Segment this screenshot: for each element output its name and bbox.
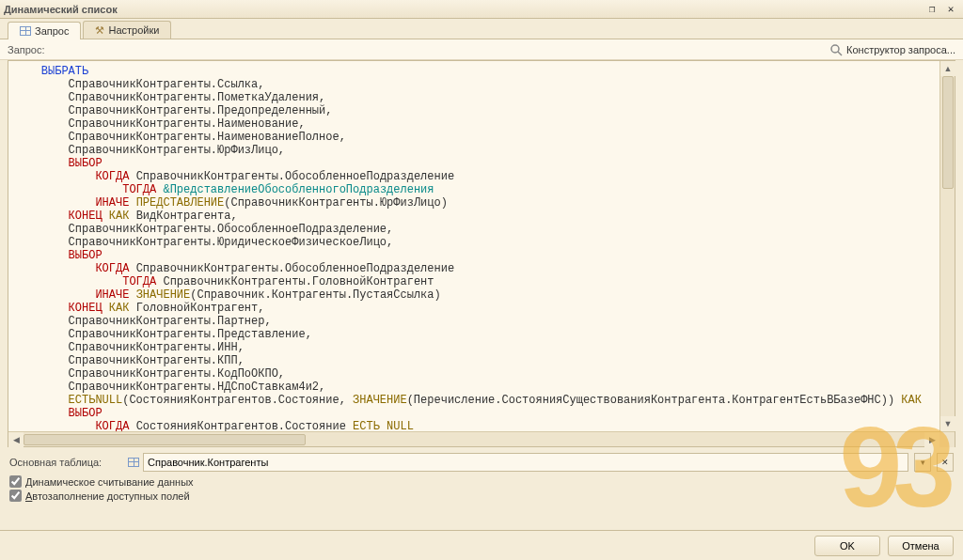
svg-point-0	[831, 45, 839, 53]
code-editor[interactable]: ВЫБРАТЬ СправочникКонтрагенты.Ссылка, Сп…	[8, 60, 955, 447]
settings-tab-icon: ⚒	[95, 24, 104, 37]
scroll-up-button[interactable]: ▲	[940, 61, 955, 76]
scroll-right-button[interactable]: ▶	[924, 432, 939, 447]
main-table-clear-button[interactable]: ✕	[937, 453, 954, 472]
magnifier-icon	[829, 43, 843, 56]
tab-settings[interactable]: ⚒ Настройки	[83, 21, 171, 39]
table-icon	[128, 458, 139, 467]
horizontal-scrollbar[interactable]: ◀ ▶	[8, 431, 955, 446]
window-title: Динамический список	[4, 4, 922, 15]
tab-query[interactable]: Запрос	[8, 22, 81, 39]
main-table-label: Основная таблица:	[9, 457, 122, 468]
titlebar: Динамический список ❐ ✕	[0, 0, 963, 19]
scroll-thumb-v[interactable]	[942, 76, 954, 189]
toolbar: Запрос: Конструктор запроса...	[0, 39, 963, 60]
tab-settings-label: Настройки	[108, 24, 159, 36]
bottom-panel: Основная таблица: ▾ ✕ Динамическое считы…	[0, 447, 963, 509]
main-table-input[interactable]	[143, 453, 908, 472]
query-label: Запрос:	[8, 44, 45, 55]
main-table-dropdown-button[interactable]: ▾	[914, 453, 931, 472]
scroll-thumb-h[interactable]	[24, 434, 306, 445]
window-close-button[interactable]: ✕	[942, 3, 959, 16]
ok-button[interactable]: OK	[814, 536, 880, 556]
constructor-label: Конструктор запроса...	[846, 44, 955, 55]
vertical-scrollbar[interactable]: ▲ ▼	[939, 61, 955, 431]
query-constructor-button[interactable]: Конструктор запроса...	[829, 43, 955, 56]
autofill-fields-checkbox[interactable]	[9, 490, 22, 502]
scroll-down-button[interactable]: ▼	[940, 416, 955, 431]
footer: OK Отмена	[0, 530, 963, 560]
cancel-button[interactable]: Отмена	[888, 536, 954, 556]
window-restore-button[interactable]: ❐	[924, 3, 940, 16]
autofill-fields-label[interactable]: Автозаполнение доступных полей	[25, 490, 190, 502]
scroll-left-button[interactable]: ◀	[8, 432, 24, 447]
tab-query-label: Запрос	[35, 25, 69, 37]
query-tab-icon	[20, 26, 31, 36]
dynamic-read-checkbox[interactable]	[9, 475, 22, 488]
dynamic-read-label[interactable]: Динамическое считывание данных	[25, 476, 194, 488]
tab-bar: Запрос ⚒ Настройки	[0, 19, 963, 39]
svg-line-1	[838, 52, 842, 55]
